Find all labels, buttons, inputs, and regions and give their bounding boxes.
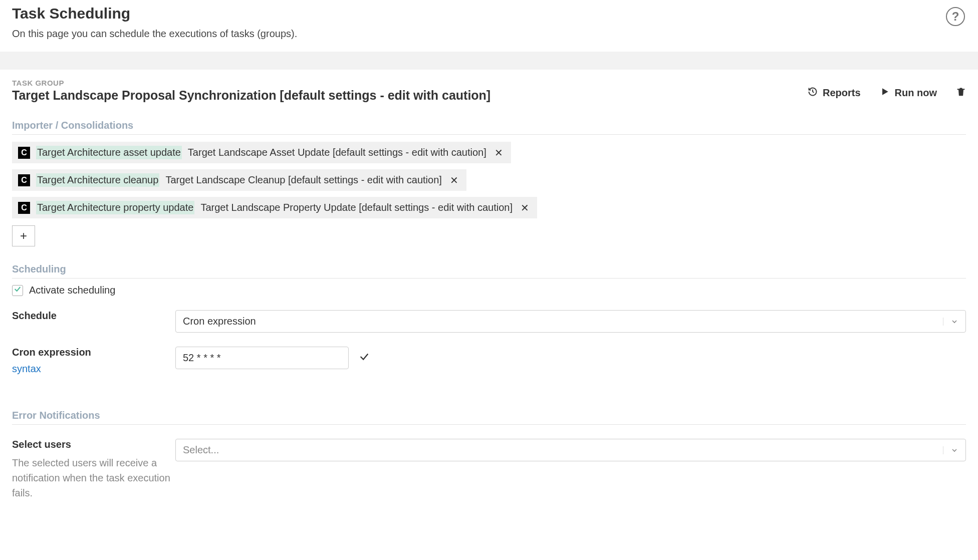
consolidation-chip[interactable]: C Target Architecture asset update Targe… — [12, 142, 511, 163]
importer-section-title: Importer / Consolidations — [12, 120, 966, 135]
chip-secondary-text: Target Landscape Property Update [defaul… — [200, 202, 513, 213]
help-icon[interactable]: ? — [946, 7, 965, 26]
consolidation-chip[interactable]: C Target Architecture property update Ta… — [12, 197, 537, 218]
page-title: Task Scheduling — [12, 5, 966, 22]
chip-primary-text: Target Architecture cleanup — [36, 173, 159, 187]
add-consolidation-button[interactable]: + — [12, 225, 35, 246]
activate-scheduling-checkbox[interactable] — [12, 285, 23, 296]
schedule-select[interactable]: Cron expression — [175, 310, 966, 333]
reports-button[interactable]: Reports — [808, 87, 861, 99]
activate-scheduling-label: Activate scheduling — [29, 285, 115, 296]
plus-icon: + — [20, 229, 27, 243]
chip-primary-text: Target Architecture property update — [36, 201, 194, 214]
close-icon: ✕ — [495, 147, 503, 158]
run-now-label: Run now — [895, 87, 937, 99]
schedule-label: Schedule — [12, 310, 175, 322]
chip-secondary-text: Target Landscape Asset Update [default s… — [188, 147, 486, 158]
delete-button[interactable] — [956, 86, 966, 100]
validate-icon — [359, 351, 370, 365]
page-subtitle: On this page you can schedule the execut… — [12, 28, 966, 40]
separator-bar — [0, 52, 978, 70]
check-icon — [14, 285, 22, 296]
consolidation-icon: C — [18, 147, 30, 159]
select-users-select[interactable]: Select... — [175, 439, 966, 461]
select-users-help: The selected users will receive a notifi… — [12, 455, 175, 500]
chip-remove-button[interactable]: ✕ — [519, 202, 531, 214]
reports-label: Reports — [823, 87, 861, 99]
syntax-link[interactable]: syntax — [12, 363, 41, 375]
consolidation-icon: C — [18, 174, 30, 186]
chevron-down-icon — [943, 446, 958, 454]
schedule-select-value: Cron expression — [183, 316, 256, 327]
select-users-label: Select users — [12, 439, 175, 450]
error-notifications-section-title: Error Notifications — [12, 410, 966, 425]
chip-secondary-text: Target Landscape Cleanup [default settin… — [165, 174, 441, 186]
scheduling-section-title: Scheduling — [12, 263, 966, 278]
svg-marker-0 — [882, 88, 888, 95]
run-now-button[interactable]: Run now — [880, 87, 937, 99]
chip-remove-button[interactable]: ✕ — [493, 147, 505, 159]
cron-expression-input[interactable] — [175, 347, 349, 369]
task-group-name: Target Landscape Proposal Synchronizatio… — [12, 88, 808, 103]
chip-primary-text: Target Architecture asset update — [36, 146, 182, 159]
cron-expression-label: Cron expression — [12, 347, 175, 358]
chevron-down-icon — [943, 318, 958, 326]
select-users-placeholder: Select... — [183, 444, 219, 456]
close-icon: ✕ — [450, 175, 458, 186]
svg-rect-1 — [957, 89, 965, 90]
task-group-eyebrow: TASK GROUP — [12, 79, 808, 87]
consolidation-chip[interactable]: C Target Architecture cleanup Target Lan… — [12, 169, 466, 191]
trash-icon — [956, 89, 966, 99]
play-icon — [880, 87, 890, 99]
history-icon — [808, 87, 818, 99]
chip-remove-button[interactable]: ✕ — [448, 174, 460, 186]
consolidation-icon: C — [18, 202, 30, 214]
close-icon: ✕ — [521, 202, 529, 213]
